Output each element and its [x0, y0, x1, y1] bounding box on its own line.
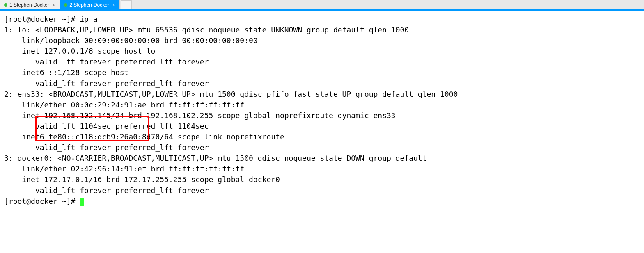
- output-line: inet 192.168.102.145/24 brd 192.168.102.…: [4, 111, 396, 120]
- output-line: inet6 fe80::c118:dcb9:26a0:8d70/64 scope…: [4, 132, 289, 141]
- output-line: 2: ens33: <BROADCAST,MULTICAST,UP,LOWER_…: [4, 90, 458, 98]
- output-line: valid_lft forever preferred_lft forever: [4, 186, 209, 195]
- close-icon[interactable]: ×: [53, 2, 55, 7]
- tab-2[interactable]: 2 Stephen-Docker ×: [60, 0, 120, 9]
- output-line: link/loopback 00:00:00:00:00:00 brd 00:0…: [4, 36, 258, 45]
- close-icon[interactable]: ×: [113, 2, 115, 7]
- tab-1[interactable]: 1 Stephen-Docker ×: [0, 0, 60, 9]
- command-text: ip a: [80, 15, 97, 23]
- output-line: 1: lo: <LOOPBACK,UP,LOWER_UP> mtu 65536 …: [4, 25, 409, 34]
- output-line: 3: docker0: <NO-CARRIER,BROADCAST,MULTIC…: [4, 154, 431, 162]
- shell-prompt: [root@docker ~]#: [4, 197, 80, 205]
- tab-label: 2 Stephen-Docker: [69, 2, 109, 8]
- output-line: valid_lft 1104sec preferred_lft 1104sec: [4, 122, 209, 130]
- output-line: inet 127.0.0.1/8 scope host lo: [4, 47, 155, 55]
- tab-label: 1 Stephen-Docker: [9, 2, 49, 8]
- output-line: valid_lft forever preferred_lft forever: [4, 57, 209, 66]
- output-line: link/ether 00:0c:29:24:91:ae brd ff:ff:f…: [4, 100, 244, 109]
- shell-prompt: [root@docker ~]#: [4, 15, 80, 23]
- output-line: link/ether 02:42:96:14:91:ef brd ff:ff:f…: [4, 164, 244, 173]
- tab-bar: 1 Stephen-Docker × 2 Stephen-Docker × +: [0, 0, 644, 11]
- terminal-output[interactable]: [root@docker ~]# ip a 1: lo: <LOOPBACK,U…: [0, 11, 644, 221]
- output-line: inet 172.17.0.1/16 brd 172.17.255.255 sc…: [4, 175, 280, 184]
- cursor-icon: [80, 198, 84, 206]
- output-line: inet6 ::1/128 scope host: [4, 68, 133, 77]
- output-line: valid_lft forever preferred_lft forever: [4, 143, 209, 152]
- status-dot-icon: [64, 3, 67, 7]
- add-tab-button[interactable]: +: [121, 0, 131, 9]
- output-line: valid_lft forever preferred_lft forever: [4, 79, 209, 88]
- status-dot-icon: [4, 3, 7, 7]
